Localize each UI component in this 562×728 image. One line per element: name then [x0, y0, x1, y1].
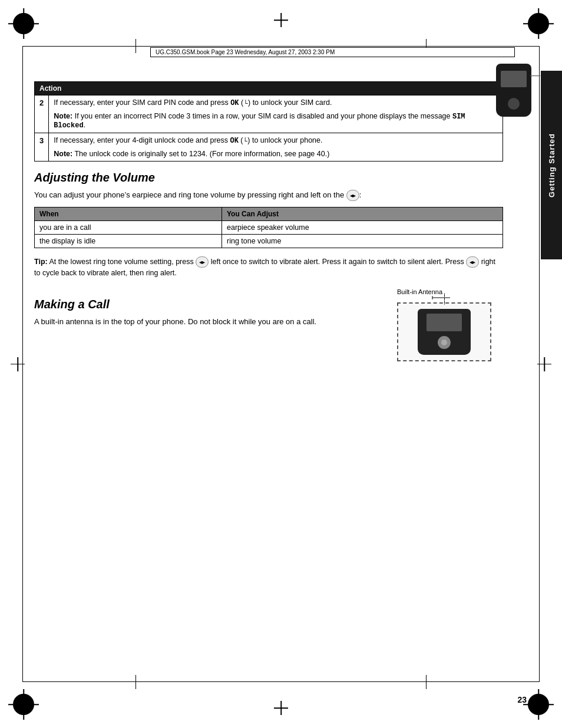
- making-call-image-area: Built-in Antenna: [397, 288, 503, 361]
- volume-col1-header: When: [35, 207, 222, 221]
- table-row: you are in a call earpiece speaker volum…: [35, 221, 503, 235]
- ok-code: OK (└): [230, 98, 250, 107]
- phone-nav-center: [441, 340, 447, 345]
- making-a-call-section: Making a Call A built-in antenna is in t…: [34, 288, 503, 361]
- volume-row1-when: you are in a call: [35, 221, 222, 235]
- antenna-line: [444, 293, 445, 305]
- page-number: 23: [517, 695, 527, 704]
- reg-mark-bottom-mid: [274, 701, 288, 715]
- step-3-content: If necessary, enter your 4-digit unlock …: [49, 133, 503, 162]
- table-row: 3 If necessary, enter your 4-digit unloc…: [35, 133, 503, 162]
- antenna-arrow-svg: [397, 295, 485, 300]
- reg-mark-tl: [13, 13, 34, 34]
- inner-border-bottom: [22, 681, 540, 682]
- file-info-area: UG.C350.GSM.book Page 23 Wednesday, Augu…: [150, 47, 515, 64]
- side-tab: Getting Started: [541, 71, 562, 259]
- inner-border-left: [22, 46, 23, 682]
- inner-border-top: [22, 46, 540, 47]
- nav-button-icon: ◂▸: [346, 190, 359, 201]
- adjusting-volume-section: Adjusting the Volume You can adjust your…: [34, 171, 503, 279]
- side-tab-label: Getting Started: [547, 133, 556, 197]
- phone-screen-diagram: [427, 314, 462, 331]
- file-info-bar: UG.C350.GSM.book Page 23 Wednesday, Augu…: [150, 47, 515, 57]
- reg-mark-tr: [528, 13, 549, 34]
- action-table: Action 2 If necessary, enter your SIM ca…: [34, 81, 503, 162]
- step-3-number: 3: [35, 133, 49, 162]
- action-header: Action: [35, 82, 503, 95]
- making-call-body: A built-in antenna is in the top of your…: [34, 316, 388, 328]
- making-call-layout: Making a Call A built-in antenna is in t…: [34, 288, 503, 361]
- tick-bottom: [135, 675, 136, 689]
- tip-text: Tip: At the lowest ring tone volume sett…: [34, 256, 503, 279]
- file-info-text: UG.C350.GSM.book Page 23 Wednesday, Augu…: [156, 49, 335, 55]
- antenna-label: Built-in Antenna: [397, 288, 503, 300]
- adjusting-volume-title: Adjusting the Volume: [34, 171, 503, 185]
- nav-button-icon-2: ◂▸: [196, 256, 209, 268]
- tick-bottom-right: [426, 675, 427, 689]
- tick-top: [135, 39, 136, 53]
- main-content: Action 2 If necessary, enter your SIM ca…: [34, 65, 503, 675]
- inner-border-right: [539, 46, 540, 682]
- reg-mark-br: [528, 694, 549, 715]
- phone-body-diagram: [418, 309, 471, 355]
- page-container: UG.C350.GSM.book Page 23 Wednesday, Augu…: [0, 0, 562, 728]
- step-2-number: 2: [35, 95, 49, 133]
- volume-row2-adjust: ring tone volume: [222, 235, 503, 248]
- volume-col2-header: You Can Adjust: [222, 207, 503, 221]
- phone-nav-button: [438, 336, 451, 349]
- action-table-container: Action 2 If necessary, enter your SIM ca…: [34, 81, 503, 162]
- volume-table: When You Can Adjust you are in a call ea…: [34, 207, 503, 248]
- nav-button-icon-3: ◂▸: [466, 256, 479, 268]
- making-call-title: Making a Call: [34, 298, 388, 311]
- antenna-label-text: Built-in Antenna: [397, 288, 442, 295]
- phone-signal-icon: ⸻: [530, 70, 540, 82]
- making-call-text: Making a Call A built-in antenna is in t…: [34, 288, 388, 334]
- reg-mark-top-mid: [274, 13, 288, 27]
- phone-diagram: [397, 302, 491, 361]
- reg-mark-bl: [13, 694, 34, 715]
- phone-image-area: ⸻: [496, 64, 531, 117]
- step-2-content: If necessary, enter your SIM card PIN co…: [49, 95, 503, 133]
- volume-row2-when: the display is idle: [35, 235, 222, 248]
- volume-row1-adjust: earpiece speaker volume: [222, 221, 503, 235]
- table-row: 2 If necessary, enter your SIM card PIN …: [35, 95, 503, 133]
- table-row: the display is idle ring tone volume: [35, 235, 503, 248]
- phone-silhouette: ⸻: [496, 64, 531, 117]
- adjusting-volume-intro: You can adjust your phone’s earpiece and…: [34, 189, 503, 201]
